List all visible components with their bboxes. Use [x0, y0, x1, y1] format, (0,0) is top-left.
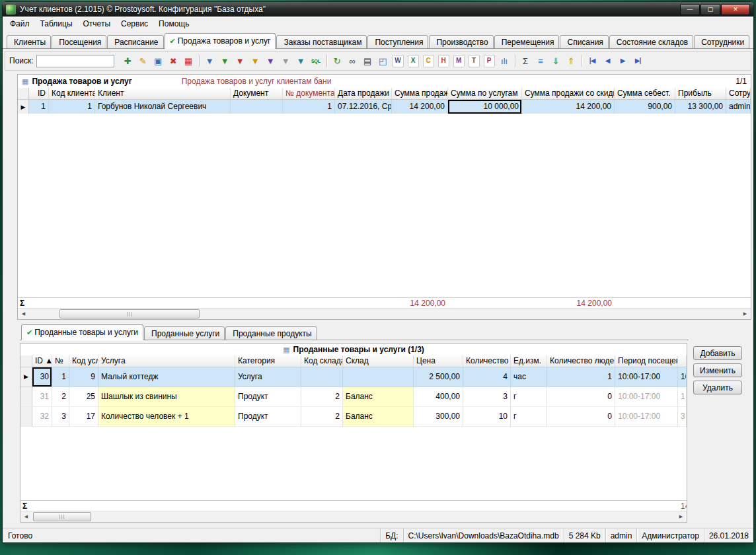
- column-header[interactable]: Документ: [231, 88, 283, 99]
- cell-period[interactable]: 10:00-17:00: [615, 407, 678, 427]
- refresh-icon[interactable]: ↻: [330, 54, 344, 68]
- tab-clients[interactable]: Клиенты: [7, 35, 51, 49]
- column-header[interactable]: Сумма продажи: [392, 88, 448, 99]
- scrollbar-track[interactable]: [29, 309, 739, 319]
- export-excel-icon[interactable]: X: [408, 55, 419, 67]
- cell-id[interactable]: 32: [32, 407, 52, 427]
- cell-qty[interactable]: 4: [463, 367, 511, 387]
- minimize-button[interactable]: —: [680, 4, 700, 15]
- cell-unit[interactable]: г: [511, 407, 547, 427]
- column-header[interactable]: Прибыль: [675, 88, 726, 99]
- tab-warehouse-state[interactable]: Состояние складов: [609, 35, 693, 49]
- cell-warehouse[interactable]: [343, 367, 414, 387]
- delete-record-icon[interactable]: ✖: [167, 54, 180, 68]
- filter-exclude-icon[interactable]: ▼: [233, 54, 247, 68]
- export-xml-icon[interactable]: M: [453, 55, 465, 67]
- column-header[interactable]: Дата продажи: [335, 88, 392, 99]
- cell-service-code[interactable]: 9: [69, 367, 98, 387]
- maximize-button[interactable]: ▢: [700, 4, 720, 15]
- tab-transfers[interactable]: Перемещения: [494, 35, 560, 49]
- column-header[interactable]: Количество людей: [547, 355, 615, 367]
- tab-receipts[interactable]: Поступления: [367, 35, 428, 49]
- tab-production[interactable]: Производство: [429, 35, 493, 49]
- edit-record-icon[interactable]: ✎: [136, 54, 150, 68]
- export-html-icon[interactable]: H: [438, 55, 449, 67]
- scrollbar-track[interactable]: [32, 511, 675, 522]
- column-header[interactable]: Сумма по услугам ▲: [448, 88, 522, 99]
- scroll-right-icon[interactable]: ▶: [675, 511, 687, 522]
- cell-service-code[interactable]: 17: [69, 407, 98, 427]
- table-row[interactable]: ▶ 30 1 9 Малый коттедж Услуга 2 500,00 4…: [20, 367, 687, 387]
- cell-service[interactable]: Количество человек + 1: [98, 407, 235, 427]
- cell-warehouse[interactable]: Баланс: [343, 407, 414, 427]
- tab-sold-products[interactable]: Проданные продукты: [225, 326, 317, 340]
- column-header[interactable]: Сумма себест.: [615, 88, 675, 99]
- cell-client[interactable]: Горбунов Николай Сергеевич: [95, 100, 231, 114]
- cell-price[interactable]: 300,00: [414, 407, 463, 427]
- cell-cost-sum[interactable]: 900,00: [615, 100, 675, 114]
- clear-table-icon[interactable]: ▦: [182, 54, 196, 68]
- scrollbar-thumb[interactable]: [33, 512, 91, 521]
- tab-sold-goods-services[interactable]: ✔ Проданные товары и услуги: [21, 324, 143, 340]
- cell-period[interactable]: 10:00-17:00: [615, 367, 678, 387]
- find-icon[interactable]: ∞: [346, 54, 359, 68]
- column-header[interactable]: Клиент: [95, 88, 231, 99]
- column-header[interactable]: №: [52, 355, 69, 367]
- cell-sale-sum-discounted[interactable]: 14 200,00: [522, 100, 615, 114]
- column-header[interactable]: Количество: [463, 355, 511, 367]
- nav-prev-icon[interactable]: ◀: [601, 54, 615, 68]
- chart-icon[interactable]: ılı: [498, 54, 511, 68]
- cell-warehouse-code[interactable]: 2: [301, 407, 343, 427]
- cell-qty[interactable]: 3: [463, 387, 511, 407]
- scrollbar-thumb[interactable]: [59, 309, 200, 318]
- import-icon[interactable]: ⇓: [549, 54, 563, 68]
- export-table-icon[interactable]: ⇑: [564, 54, 578, 68]
- menu-help[interactable]: Помощь: [153, 18, 194, 30]
- column-header[interactable]: ID ▲: [32, 355, 52, 367]
- cell-category[interactable]: Продукт: [235, 387, 301, 407]
- cell-unit[interactable]: час: [511, 367, 547, 387]
- print-icon[interactable]: ▤: [361, 54, 375, 68]
- scroll-left-icon[interactable]: ◀: [18, 309, 29, 319]
- cell-unit[interactable]: г: [511, 387, 547, 407]
- filter-icon[interactable]: ▼: [203, 54, 217, 68]
- cell-next[interactable]: 10: [678, 367, 687, 387]
- cell-service-code[interactable]: 25: [69, 387, 98, 407]
- export-word-icon[interactable]: W: [393, 55, 404, 67]
- add-record-icon[interactable]: ✚: [121, 54, 135, 68]
- table-row[interactable]: 32 3 17 Количество человек + 1 Продукт 2…: [20, 407, 687, 427]
- search-input[interactable]: [36, 55, 114, 67]
- menu-reports[interactable]: Отчеты: [78, 18, 116, 30]
- column-header[interactable]: ID: [29, 88, 49, 99]
- nav-first-icon[interactable]: |◀: [586, 54, 599, 68]
- tab-sales[interactable]: ✔ Продажа товаров и услуг: [165, 33, 276, 49]
- cell-doc-number[interactable]: 1: [283, 100, 335, 114]
- nav-next-icon[interactable]: ▶: [616, 54, 630, 68]
- filter-advanced-icon[interactable]: ▼: [294, 54, 308, 68]
- column-header[interactable]: Период посещения: [615, 355, 678, 367]
- cell-sale-date[interactable]: 07.12.2016, Ср: [335, 100, 392, 114]
- tab-schedule[interactable]: Расписание: [107, 35, 163, 49]
- tab-sold-services[interactable]: Проданные услуги: [144, 326, 225, 340]
- filter-field-icon[interactable]: ▼: [264, 54, 278, 68]
- cell-price[interactable]: 2 500,00: [414, 367, 463, 387]
- cell-price[interactable]: 400,00: [414, 387, 463, 407]
- export-pdf-icon[interactable]: P: [484, 55, 495, 67]
- cell-id[interactable]: 31: [32, 387, 52, 407]
- titlebar[interactable]: Учет клиентов (2.1015) © Prostoysoft. Ко…: [3, 2, 753, 17]
- column-header[interactable]: Цена: [414, 355, 463, 367]
- column-header[interactable]: Сотрудник: [726, 88, 751, 99]
- export-calc-icon[interactable]: C: [423, 55, 434, 67]
- grouping-icon[interactable]: ≡: [534, 54, 548, 68]
- cell-client-code[interactable]: 1: [49, 100, 95, 114]
- menu-file[interactable]: Файл: [5, 18, 35, 30]
- cell-warehouse-code[interactable]: [301, 367, 343, 387]
- cell-service[interactable]: Малый коттедж: [98, 367, 235, 387]
- tab-writeoffs[interactable]: Списания: [560, 35, 608, 49]
- column-header[interactable]: Услуга: [98, 355, 235, 367]
- close-button[interactable]: ✕: [721, 4, 750, 15]
- export-text-icon[interactable]: T: [469, 55, 480, 67]
- menu-tables[interactable]: Таблицы: [35, 18, 78, 30]
- cell-id[interactable]: 30: [32, 367, 52, 387]
- cell-profit[interactable]: 13 300,00: [675, 100, 726, 114]
